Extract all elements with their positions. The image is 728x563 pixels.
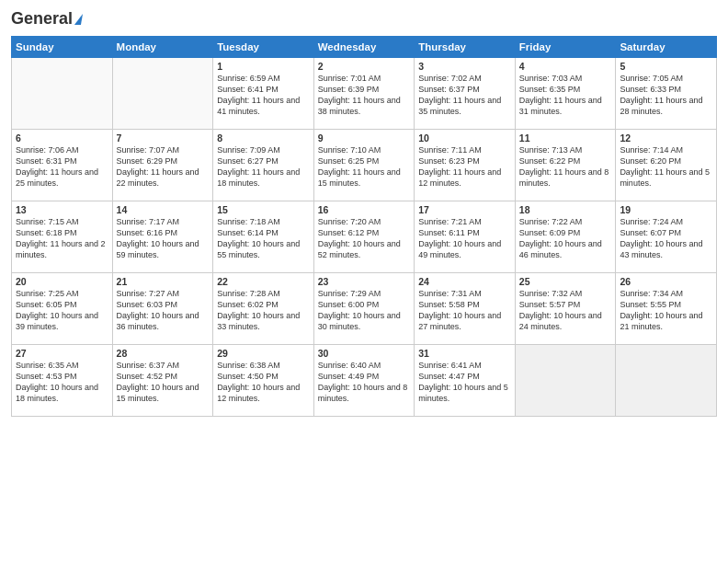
day-info: Sunrise: 7:10 AM Sunset: 6:25 PM Dayligh… (318, 144, 411, 190)
calendar-cell: 4Sunrise: 7:03 AM Sunset: 6:35 PM Daylig… (515, 58, 616, 130)
week-row-3: 13Sunrise: 7:15 AM Sunset: 6:18 PM Dayli… (12, 201, 717, 273)
day-number: 25 (519, 276, 612, 287)
day-info: Sunrise: 6:38 AM Sunset: 4:50 PM Dayligh… (217, 360, 310, 405)
day-info: Sunrise: 7:03 AM Sunset: 6:35 PM Dayligh… (519, 73, 612, 118)
day-info: Sunrise: 7:27 AM Sunset: 6:03 PM Dayligh… (117, 288, 210, 333)
calendar-cell: 11Sunrise: 7:13 AM Sunset: 6:22 PM Dayli… (515, 130, 616, 201)
day-number: 18 (519, 204, 612, 215)
logo-triangle-icon (74, 14, 83, 25)
day-number: 13 (16, 204, 108, 215)
calendar-cell: 10Sunrise: 7:11 AM Sunset: 6:23 PM Dayli… (415, 130, 516, 201)
day-info: Sunrise: 7:17 AM Sunset: 6:16 PM Dayligh… (117, 216, 210, 261)
calendar-cell: 20Sunrise: 7:25 AM Sunset: 6:05 PM Dayli… (12, 273, 113, 345)
calendar-cell: 6Sunrise: 7:06 AM Sunset: 6:31 PM Daylig… (12, 130, 113, 201)
day-info: Sunrise: 7:21 AM Sunset: 6:11 PM Dayligh… (418, 216, 511, 261)
day-info: Sunrise: 6:59 AM Sunset: 6:41 PM Dayligh… (217, 73, 310, 118)
calendar-cell: 1Sunrise: 6:59 AM Sunset: 6:41 PM Daylig… (213, 58, 314, 130)
logo-general: General (11, 9, 73, 29)
day-info: Sunrise: 7:31 AM Sunset: 5:58 PM Dayligh… (418, 288, 511, 333)
day-info: Sunrise: 7:13 AM Sunset: 6:22 PM Dayligh… (519, 144, 612, 190)
day-number: 16 (318, 204, 411, 215)
calendar-cell: 31Sunrise: 6:41 AM Sunset: 4:47 PM Dayli… (415, 345, 516, 417)
day-number: 27 (16, 348, 108, 359)
calendar-cell: 3Sunrise: 7:02 AM Sunset: 6:37 PM Daylig… (415, 58, 516, 130)
day-number: 24 (418, 276, 511, 287)
day-number: 1 (217, 61, 310, 72)
weekday-header-tuesday: Tuesday (213, 37, 314, 58)
day-number: 26 (620, 276, 712, 287)
day-info: Sunrise: 7:20 AM Sunset: 6:12 PM Dayligh… (318, 216, 411, 261)
day-number: 6 (16, 132, 108, 144)
day-info: Sunrise: 7:15 AM Sunset: 6:18 PM Dayligh… (16, 216, 108, 261)
day-number: 20 (16, 276, 108, 287)
calendar-cell: 16Sunrise: 7:20 AM Sunset: 6:12 PM Dayli… (313, 201, 415, 273)
day-number: 7 (117, 132, 210, 144)
page-header: General (11, 9, 717, 29)
weekday-header-friday: Friday (515, 37, 616, 58)
calendar-cell: 24Sunrise: 7:31 AM Sunset: 5:58 PM Dayli… (415, 273, 516, 345)
weekday-header-row: SundayMondayTuesdayWednesdayThursdayFrid… (12, 37, 717, 58)
day-info: Sunrise: 7:06 AM Sunset: 6:31 PM Dayligh… (16, 144, 108, 190)
calendar-cell: 5Sunrise: 7:05 AM Sunset: 6:33 PM Daylig… (616, 58, 717, 130)
day-number: 11 (519, 132, 612, 144)
week-row-4: 20Sunrise: 7:25 AM Sunset: 6:05 PM Dayli… (12, 273, 717, 345)
calendar-cell: 13Sunrise: 7:15 AM Sunset: 6:18 PM Dayli… (12, 201, 113, 273)
day-number: 14 (117, 204, 210, 215)
day-info: Sunrise: 7:25 AM Sunset: 6:05 PM Dayligh… (16, 288, 108, 333)
calendar-cell: 18Sunrise: 7:22 AM Sunset: 6:09 PM Dayli… (515, 201, 616, 273)
day-number: 19 (620, 204, 712, 215)
calendar-cell: 8Sunrise: 7:09 AM Sunset: 6:27 PM Daylig… (213, 130, 314, 201)
day-info: Sunrise: 6:35 AM Sunset: 4:53 PM Dayligh… (16, 360, 108, 405)
week-row-1: 1Sunrise: 6:59 AM Sunset: 6:41 PM Daylig… (12, 58, 717, 130)
day-info: Sunrise: 7:22 AM Sunset: 6:09 PM Dayligh… (519, 216, 612, 261)
calendar-cell: 30Sunrise: 6:40 AM Sunset: 4:49 PM Dayli… (313, 345, 415, 417)
day-info: Sunrise: 7:28 AM Sunset: 6:02 PM Dayligh… (217, 288, 310, 333)
day-info: Sunrise: 7:18 AM Sunset: 6:14 PM Dayligh… (217, 216, 310, 261)
day-info: Sunrise: 6:40 AM Sunset: 4:49 PM Dayligh… (318, 360, 411, 405)
day-number: 2 (318, 61, 411, 72)
calendar-cell: 9Sunrise: 7:10 AM Sunset: 6:25 PM Daylig… (313, 130, 415, 201)
day-number: 8 (217, 132, 310, 144)
calendar-cell: 21Sunrise: 7:27 AM Sunset: 6:03 PM Dayli… (112, 273, 213, 345)
calendar-cell: 7Sunrise: 7:07 AM Sunset: 6:29 PM Daylig… (112, 130, 213, 201)
calendar-table: SundayMondayTuesdayWednesdayThursdayFrid… (11, 36, 717, 417)
calendar-cell: 23Sunrise: 7:29 AM Sunset: 6:00 PM Dayli… (313, 273, 415, 345)
weekday-header-saturday: Saturday (616, 37, 717, 58)
day-info: Sunrise: 7:07 AM Sunset: 6:29 PM Dayligh… (117, 144, 210, 190)
logo: General (11, 9, 82, 29)
calendar-cell (12, 58, 113, 130)
calendar-cell: 28Sunrise: 6:37 AM Sunset: 4:52 PM Dayli… (112, 345, 213, 417)
day-number: 5 (620, 61, 712, 72)
calendar-cell: 14Sunrise: 7:17 AM Sunset: 6:16 PM Dayli… (112, 201, 213, 273)
calendar-cell: 15Sunrise: 7:18 AM Sunset: 6:14 PM Dayli… (213, 201, 314, 273)
day-info: Sunrise: 7:09 AM Sunset: 6:27 PM Dayligh… (217, 144, 310, 190)
day-info: Sunrise: 6:37 AM Sunset: 4:52 PM Dayligh… (117, 360, 210, 405)
calendar-cell (112, 58, 213, 130)
calendar-cell: 2Sunrise: 7:01 AM Sunset: 6:39 PM Daylig… (313, 58, 415, 130)
day-number: 10 (418, 132, 511, 144)
day-number: 9 (318, 132, 411, 144)
day-info: Sunrise: 7:05 AM Sunset: 6:33 PM Dayligh… (620, 73, 712, 118)
weekday-header-thursday: Thursday (415, 37, 516, 58)
calendar-cell: 27Sunrise: 6:35 AM Sunset: 4:53 PM Dayli… (12, 345, 113, 417)
weekday-header-monday: Monday (112, 37, 213, 58)
day-number: 4 (519, 61, 612, 72)
calendar-cell (616, 345, 717, 417)
week-row-5: 27Sunrise: 6:35 AM Sunset: 4:53 PM Dayli… (12, 345, 717, 417)
calendar-cell: 17Sunrise: 7:21 AM Sunset: 6:11 PM Dayli… (415, 201, 516, 273)
day-info: Sunrise: 7:14 AM Sunset: 6:20 PM Dayligh… (620, 144, 712, 190)
day-info: Sunrise: 7:29 AM Sunset: 6:00 PM Dayligh… (318, 288, 411, 333)
day-info: Sunrise: 7:02 AM Sunset: 6:37 PM Dayligh… (418, 73, 511, 118)
day-info: Sunrise: 6:41 AM Sunset: 4:47 PM Dayligh… (418, 360, 511, 405)
day-number: 21 (117, 276, 210, 287)
calendar-cell: 26Sunrise: 7:34 AM Sunset: 5:55 PM Dayli… (616, 273, 717, 345)
day-number: 28 (117, 348, 210, 359)
day-number: 29 (217, 348, 310, 359)
day-number: 12 (620, 132, 712, 144)
calendar-cell: 25Sunrise: 7:32 AM Sunset: 5:57 PM Dayli… (515, 273, 616, 345)
calendar-cell: 22Sunrise: 7:28 AM Sunset: 6:02 PM Dayli… (213, 273, 314, 345)
day-info: Sunrise: 7:24 AM Sunset: 6:07 PM Dayligh… (620, 216, 712, 261)
day-info: Sunrise: 7:01 AM Sunset: 6:39 PM Dayligh… (318, 73, 411, 118)
day-number: 23 (318, 276, 411, 287)
day-number: 17 (418, 204, 511, 215)
